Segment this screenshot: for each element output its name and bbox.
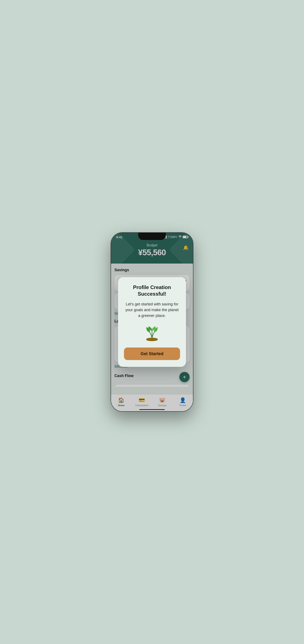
modal-title: Profile Creation Successful! bbox=[124, 284, 180, 297]
modal-overlay: Profile Creation Successful! Let's get s… bbox=[111, 233, 193, 411]
phone-notch bbox=[138, 233, 166, 240]
home-indicator bbox=[139, 409, 165, 410]
modal-body: Let's get started with saving for your g… bbox=[124, 302, 180, 318]
plant-illustration bbox=[141, 324, 163, 342]
get-started-button[interactable]: Get Started bbox=[124, 348, 180, 360]
phone-frame: 9:41 WiFi; 🔔 Budget ¥55,560 bbox=[111, 232, 193, 412]
modal-card: Profile Creation Successful! Let's get s… bbox=[118, 277, 186, 367]
